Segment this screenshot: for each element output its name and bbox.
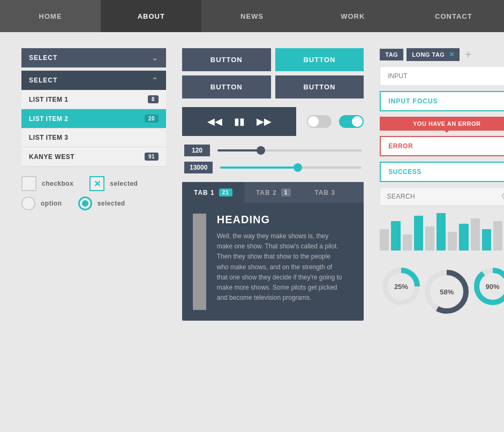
toggle-off[interactable] bbox=[307, 115, 332, 128]
toggle-container bbox=[307, 115, 364, 128]
toggle-off-knob bbox=[308, 116, 319, 127]
tabs-section: TAB 1 21 TAB 2 1 TAB 3 bbox=[182, 182, 364, 321]
list-item-1-badge: 8 bbox=[148, 95, 159, 103]
button-grid: BUTTON BUTTON BUTTON BUTTON bbox=[182, 48, 364, 98]
list-item-1-label: LIST ITEM 1 bbox=[29, 96, 69, 103]
nav-about[interactable]: ABOUT bbox=[101, 0, 201, 32]
tab-text-content: HEADING Well, the way they make shows is… bbox=[206, 214, 353, 303]
slider-1-value: 120 bbox=[184, 145, 210, 156]
search-icon: ⚲ bbox=[501, 192, 504, 201]
search-box: ⚲ bbox=[380, 187, 504, 206]
radio-dot bbox=[82, 200, 88, 207]
tab-1-label: TAB 1 bbox=[194, 189, 215, 196]
media-player-row: ◀◀ ▮▮ ▶▶ bbox=[182, 107, 364, 136]
tags-row: TAG LONG TAG ✕ + bbox=[380, 48, 504, 61]
donut-90: 90% bbox=[472, 266, 504, 307]
tab-1[interactable]: TAB 1 21 bbox=[182, 182, 244, 203]
search-input[interactable] bbox=[387, 193, 501, 200]
bar-11 bbox=[493, 221, 502, 251]
list-item-4-label: KANYE WEST bbox=[29, 153, 74, 161]
donut-25: 25% bbox=[380, 266, 422, 307]
nav-contact[interactable]: CONTACT bbox=[403, 0, 504, 32]
list-item-3-label: LIST ITEM 3 bbox=[29, 134, 69, 141]
bar-3 bbox=[403, 234, 412, 251]
list-item-3[interactable]: LIST ITEM 3 bbox=[21, 128, 166, 147]
chevron-up-icon: ⌃ bbox=[152, 76, 159, 85]
input-field[interactable] bbox=[380, 66, 504, 86]
checkbox-checked[interactable]: ✕ bbox=[89, 176, 104, 191]
slider-2-row: 13000 bbox=[184, 162, 362, 173]
sliders-section: 120 13000 bbox=[182, 145, 364, 173]
tab-heading: HEADING bbox=[217, 214, 343, 226]
list-item-2[interactable]: LIST ITEM 2 20 bbox=[21, 109, 166, 128]
list-item-2-label: LIST ITEM 2 bbox=[29, 115, 69, 123]
tab-2[interactable]: TAB 2 1 bbox=[244, 182, 303, 203]
checkbox-label: checkbox bbox=[42, 180, 73, 187]
bar-chart bbox=[380, 211, 504, 254]
bar-7 bbox=[448, 232, 457, 251]
tab-image bbox=[193, 214, 206, 310]
radio-unchecked[interactable] bbox=[21, 196, 35, 210]
error-tooltip: YOU HAVE AN ERROR bbox=[380, 117, 504, 131]
slider-2-thumb[interactable] bbox=[294, 163, 302, 172]
bar-10 bbox=[482, 229, 491, 251]
tab-3-label: TAB 3 bbox=[314, 189, 335, 196]
nav-news[interactable]: NEWS bbox=[201, 0, 302, 32]
input-focus-field[interactable] bbox=[380, 91, 504, 111]
select-2-dropdown: SELECT ⌃ LIST ITEM 1 8 LIST ITEM 2 20 LI… bbox=[21, 71, 166, 166]
success-field[interactable] bbox=[380, 162, 504, 182]
checkbox-unchecked[interactable] bbox=[21, 176, 36, 191]
slider-1-thumb[interactable] bbox=[257, 146, 265, 155]
error-section: YOU HAVE AN ERROR bbox=[380, 117, 504, 156]
pause-button[interactable]: ▮▮ bbox=[232, 115, 247, 128]
radio-selected-label: selected bbox=[97, 200, 125, 207]
list-item-1[interactable]: LIST ITEM 1 8 bbox=[21, 90, 166, 109]
checkbox-unchecked-group: checkbox bbox=[21, 176, 73, 191]
nav-home[interactable]: HOME bbox=[0, 0, 101, 32]
button-2[interactable]: BUTTON bbox=[275, 48, 364, 71]
select-2-label: SELECT bbox=[29, 77, 57, 84]
tag-add-icon[interactable]: + bbox=[465, 49, 471, 61]
slider-2-fill bbox=[220, 166, 298, 169]
tag-1: TAG bbox=[380, 49, 403, 60]
slider-1-track[interactable] bbox=[217, 149, 362, 151]
tag-close-icon[interactable]: ✕ bbox=[449, 51, 455, 58]
right-column: TAG LONG TAG ✕ + YOU HAVE AN ERROR ⚲ bbox=[380, 48, 504, 416]
bar-5 bbox=[425, 226, 434, 251]
toggle-on-knob bbox=[352, 116, 363, 127]
tab-2-label: TAB 2 bbox=[256, 189, 277, 196]
slider-1-row: 120 bbox=[184, 145, 362, 156]
button-4[interactable]: BUTTON bbox=[275, 75, 364, 98]
skip-forward-button[interactable]: ▶▶ bbox=[254, 115, 274, 128]
donut-row: 25% 58% 90% bbox=[380, 262, 504, 310]
list-item-2-badge: 20 bbox=[145, 115, 159, 123]
select-1[interactable]: SELECT ⌄ bbox=[21, 48, 166, 67]
error-field[interactable] bbox=[380, 136, 504, 156]
select-2-header[interactable]: SELECT ⌃ bbox=[21, 71, 166, 90]
toggle-on[interactable] bbox=[339, 115, 364, 128]
radio-checked-group: selected bbox=[78, 196, 125, 210]
select-1-label: SELECT bbox=[29, 54, 57, 62]
checkbox-checked-group: ✕ selected bbox=[89, 176, 138, 191]
nav-work[interactable]: WORK bbox=[303, 0, 403, 32]
tab-2-badge: 1 bbox=[281, 188, 291, 196]
tag-2: LONG TAG ✕ bbox=[407, 48, 460, 61]
tab-3[interactable]: TAB 3 bbox=[303, 182, 347, 203]
tab-body: Well, the way they make shows is, they m… bbox=[217, 231, 343, 303]
svg-rect-0 bbox=[193, 214, 206, 310]
list-item-4[interactable]: KANYE WEST 91 bbox=[21, 147, 166, 166]
donut-58: 58% bbox=[423, 268, 471, 316]
button-3[interactable]: BUTTON bbox=[182, 75, 271, 98]
radio-checked[interactable] bbox=[78, 196, 92, 210]
bar-6 bbox=[437, 213, 446, 251]
button-1[interactable]: BUTTON bbox=[182, 48, 271, 71]
skip-back-button[interactable]: ◀◀ bbox=[205, 115, 224, 128]
media-player: ◀◀ ▮▮ ▶▶ bbox=[182, 107, 296, 136]
slider-2-track[interactable] bbox=[220, 166, 362, 169]
main-nav: HOME ABOUT NEWS WORK CONTACT bbox=[0, 0, 504, 32]
bar-9 bbox=[471, 218, 480, 251]
bar-2 bbox=[391, 221, 400, 251]
bar-8 bbox=[459, 224, 468, 251]
tab-content: HEADING Well, the way they make shows is… bbox=[182, 203, 364, 321]
left-column: SELECT ⌄ SELECT ⌃ LIST ITEM 1 8 LIST ITE… bbox=[21, 48, 166, 416]
